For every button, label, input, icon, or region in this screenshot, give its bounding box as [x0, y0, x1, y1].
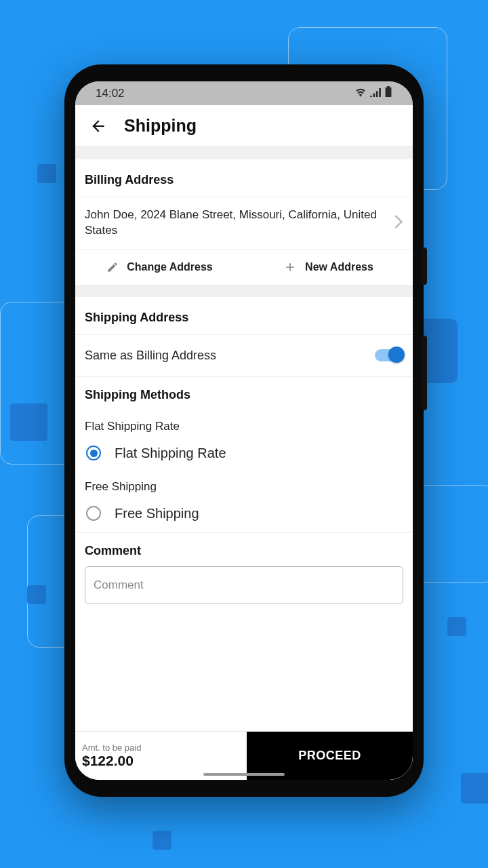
method-label-free: Free Shipping	[115, 506, 199, 521]
amount-value: $122.00	[82, 753, 247, 769]
billing-section: Billing Address John Doe, 2024 Blane Str…	[75, 159, 413, 285]
new-address-button[interactable]: New Address	[244, 250, 413, 285]
page-title: Shipping	[124, 116, 197, 136]
shipping-methods-section: Shipping Methods Flat Shipping Rate Flat…	[75, 376, 413, 532]
phone-frame: 14:02 Shipping Billing Ad	[64, 64, 424, 797]
battery-icon	[384, 86, 392, 100]
comment-section: Comment	[75, 532, 413, 616]
change-address-button[interactable]: Change Address	[75, 250, 244, 285]
status-time: 14:02	[96, 87, 125, 100]
method-label-flat: Flat Shipping Rate	[115, 446, 226, 461]
shipping-address-section: Shipping Address Same as Billing Address	[75, 297, 413, 376]
proceed-label: PROCEED	[298, 749, 361, 763]
plus-icon	[283, 260, 297, 274]
shipping-title: Shipping Address	[75, 297, 413, 334]
home-indicator	[203, 773, 285, 776]
back-button[interactable]	[83, 111, 113, 141]
method-option-flat[interactable]: Flat Shipping Rate	[75, 437, 413, 472]
shipping-methods-title: Shipping Methods	[75, 377, 413, 412]
new-address-label: New Address	[305, 261, 373, 273]
pencil-icon	[106, 261, 119, 273]
chevron-right-icon	[394, 215, 403, 231]
method-group-0: Flat Shipping Rate	[75, 412, 413, 437]
signal-icon	[369, 87, 382, 100]
amount-label: Amt. to be paid	[82, 743, 247, 753]
phone-side-button	[422, 248, 427, 285]
comment-input[interactable]	[85, 566, 403, 604]
status-bar: 14:02	[75, 81, 413, 105]
billing-address-text: John Doe, 2024 Blane Street, Missouri, C…	[85, 208, 388, 239]
radio-free[interactable]	[86, 506, 101, 521]
method-option-free[interactable]: Free Shipping	[75, 498, 413, 532]
change-address-label: Change Address	[127, 261, 213, 273]
billing-title: Billing Address	[75, 159, 413, 197]
same-as-billing-row[interactable]: Same as Billing Address	[75, 334, 413, 376]
phone-volume-button	[422, 336, 427, 410]
billing-address-row[interactable]: John Doe, 2024 Blane Street, Missouri, C…	[75, 197, 413, 249]
same-as-billing-toggle[interactable]	[375, 349, 403, 361]
app-bar: Shipping	[75, 105, 413, 147]
method-group-1: Free Shipping	[75, 472, 413, 498]
comment-title: Comment	[75, 533, 413, 566]
radio-flat[interactable]	[86, 446, 101, 460]
arrow-left-icon	[89, 117, 107, 135]
same-as-billing-label: Same as Billing Address	[85, 349, 216, 363]
wifi-icon	[354, 87, 367, 100]
